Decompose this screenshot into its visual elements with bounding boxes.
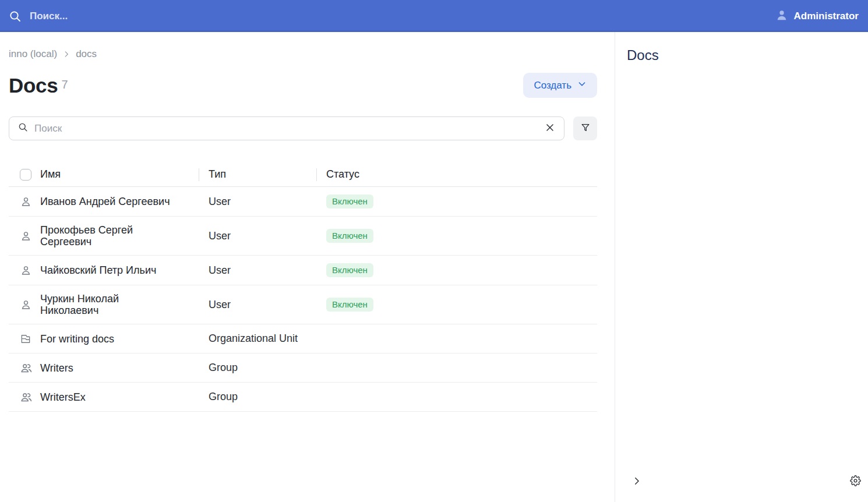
- panel-footer: [630, 474, 862, 489]
- user-name: Administrator: [794, 10, 859, 22]
- status-badge: Включен: [326, 195, 373, 208]
- row-name: Чайковский Петр Ильич: [40, 264, 199, 276]
- user-icon: [20, 230, 32, 242]
- table-toolbar: [9, 116, 597, 140]
- collapse-panel-button[interactable]: [630, 475, 643, 489]
- page-title-wrap: Docs7: [9, 74, 68, 97]
- select-all-cell: [9, 169, 40, 181]
- group-icon: [20, 362, 33, 374]
- row-name: WritersEx: [40, 391, 199, 403]
- page: Administrator inno (local) docs Docs7 С: [0, 0, 868, 502]
- filter-button[interactable]: [573, 116, 597, 140]
- table-row[interactable]: Чайковский Петр Ильич User Включен: [9, 256, 597, 285]
- table-row[interactable]: For writing docs Organizational Unit: [9, 324, 597, 353]
- chevron-right-icon: [62, 50, 70, 58]
- row-icon-cell: [9, 230, 40, 242]
- select-all-checkbox[interactable]: [20, 169, 31, 181]
- details-panel: Docs: [615, 32, 868, 502]
- table-row[interactable]: Иванов Андрей Сергеевич User Включен: [9, 187, 597, 217]
- table-search[interactable]: [9, 116, 564, 140]
- folder-icon: [20, 333, 31, 345]
- row-name: Writers: [40, 362, 199, 374]
- panel-title: Docs: [627, 47, 856, 63]
- search-icon: [17, 122, 29, 135]
- main-content: inno (local) docs Docs7 Создать: [0, 32, 615, 502]
- user-menu[interactable]: Administrator: [775, 9, 859, 24]
- global-search-input[interactable]: [30, 10, 274, 22]
- row-name: Чуркин Николай Николаевич: [40, 293, 199, 316]
- group-icon: [20, 391, 33, 404]
- clear-search-button[interactable]: [543, 121, 557, 136]
- row-status-cell: Включен: [316, 298, 597, 312]
- settings-button[interactable]: [849, 474, 862, 489]
- row-icon-cell: [9, 264, 40, 277]
- row-type: Organizational Unit: [209, 333, 298, 344]
- row-name: For writing docs: [40, 333, 199, 345]
- row-status-cell: Включен: [316, 229, 597, 243]
- row-status-cell: Включен: [316, 263, 597, 277]
- column-header-status: Статус: [316, 168, 597, 181]
- item-count: 7: [61, 78, 68, 91]
- table-search-input[interactable]: [34, 123, 537, 135]
- global-search[interactable]: [8, 9, 775, 23]
- user-icon: [20, 196, 32, 208]
- column-header-type: Тип: [199, 168, 316, 181]
- table-header: Имя Тип Статус: [9, 164, 597, 187]
- create-button[interactable]: Создать: [523, 73, 597, 98]
- status-badge: Включен: [326, 298, 373, 312]
- breadcrumb-current: docs: [76, 48, 97, 60]
- row-type: User: [209, 196, 231, 207]
- objects-table: Имя Тип Статус Иванов Андрей Сергеевич U…: [9, 164, 597, 412]
- row-icon-cell: [9, 333, 40, 345]
- create-button-label: Создать: [534, 80, 571, 91]
- table-row[interactable]: Чуркин Николай Николаевич User Включен: [9, 285, 597, 324]
- row-name: Прокофьев Сергей Сергеевич: [40, 224, 199, 248]
- row-status-cell: Включен: [316, 195, 597, 208]
- row-type: User: [209, 230, 231, 242]
- filter-icon: [580, 122, 591, 135]
- row-type: Group: [209, 362, 238, 373]
- breadcrumb-root[interactable]: inno (local): [9, 48, 57, 60]
- column-header-name: Имя: [40, 168, 199, 181]
- row-type: User: [209, 264, 231, 276]
- topbar: Administrator: [0, 0, 868, 32]
- row-type: Group: [209, 391, 238, 402]
- status-badge: Включен: [326, 263, 373, 277]
- status-badge: Включен: [326, 229, 373, 243]
- search-icon: [8, 9, 22, 23]
- close-icon: [544, 122, 556, 135]
- page-title: Docs: [9, 74, 58, 97]
- row-name: Иванов Андрей Сергеевич: [40, 196, 199, 207]
- chevron-down-icon: [577, 79, 587, 91]
- gear-icon: [850, 475, 861, 488]
- row-icon-cell: [9, 362, 40, 374]
- title-row: Docs7 Создать: [9, 73, 597, 98]
- chevron-right-icon: [631, 476, 642, 488]
- table-row[interactable]: Writers Group: [9, 353, 597, 383]
- table-body: Иванов Андрей Сергеевич User Включен Про…: [9, 187, 597, 412]
- row-icon-cell: [9, 299, 40, 311]
- user-icon: [20, 299, 32, 311]
- user-avatar-icon: [775, 9, 788, 24]
- row-icon-cell: [9, 196, 40, 208]
- row-icon-cell: [9, 391, 40, 404]
- table-row[interactable]: WritersEx Group: [9, 383, 597, 412]
- table-row[interactable]: Прокофьев Сергей Сергеевич User Включен: [9, 217, 597, 256]
- breadcrumb: inno (local) docs: [9, 48, 597, 60]
- row-type: User: [209, 299, 231, 310]
- user-icon: [20, 264, 32, 277]
